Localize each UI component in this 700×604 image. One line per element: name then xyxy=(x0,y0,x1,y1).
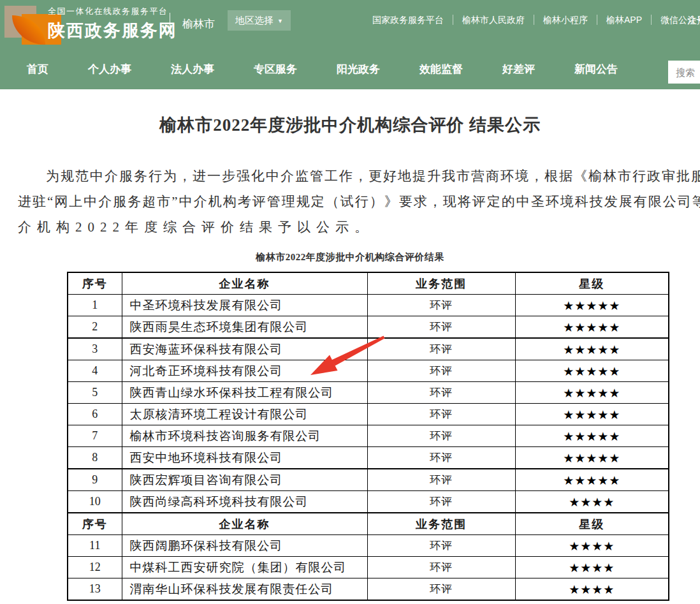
column-header: 企业名称 xyxy=(122,272,367,295)
page-title: 榆林市2022年度涉批中介机构综合评价 结果公示 xyxy=(0,114,700,136)
main-nav: 首页个人办事法人办事专区服务阳光政务效能监督好差评新闻公告 xyxy=(0,50,700,89)
search-box[interactable] xyxy=(668,61,700,84)
table-caption: 榆林市2022年度涉批中介机构综合评价结果 xyxy=(0,251,700,263)
cell-name: 陕西雨昊生态环境集团有限公司 xyxy=(122,316,367,339)
cell-scope: 环评 xyxy=(367,491,515,513)
cell-no: 1 xyxy=(68,295,122,316)
cell-no: 10 xyxy=(68,491,122,513)
nav-item-5[interactable]: 效能监督 xyxy=(419,50,463,89)
nav-item-2[interactable]: 法人办事 xyxy=(171,50,214,89)
evaluation-table-1: 序号企业名称业务范围星级1中圣环境科技发展有限公司环评★★★★★2陕西雨昊生态环… xyxy=(67,272,669,513)
register-link[interactable]: 注册 xyxy=(687,15,700,27)
cell-stars: ★★★★★ xyxy=(515,316,669,339)
nav-item-7[interactable]: 新闻公告 xyxy=(574,50,618,89)
cell-scope: 环评 xyxy=(367,316,515,339)
table-row: 5陕西青山绿水环保科技工程有限公司环评★★★★★ xyxy=(68,382,669,404)
header-link-1[interactable]: 榆林市人民政府 xyxy=(453,15,534,25)
cell-name: 陕西尚绿高科环境科技有限公司 xyxy=(122,491,367,513)
cell-stars: ★★★★★ xyxy=(515,404,669,425)
cell-name: 渭南华山环保科技发展有限责任公司 xyxy=(122,578,367,601)
cell-name: 陕西青山绿水环保科技工程有限公司 xyxy=(122,382,367,404)
header-link-2[interactable]: 榆林小程序 xyxy=(534,15,597,25)
nav-item-6[interactable]: 好差评 xyxy=(502,50,535,89)
cell-scope: 环评 xyxy=(367,338,515,360)
table-row: 12中煤科工西安研究院（集团）有限公司环评★★★★ xyxy=(68,557,669,578)
cell-name: 陕西阔鹏环保科技有限公司 xyxy=(122,535,367,557)
column-header: 星级 xyxy=(515,272,669,295)
column-header: 序号 xyxy=(68,513,122,535)
table-row: 6太原核清环境工程设计有限公司环评★★★★★ xyxy=(68,404,669,425)
cell-name: 西安海蓝环保科技有限公司 xyxy=(122,338,367,360)
cell-stars: ★★★★★ xyxy=(515,425,669,447)
cell-name: 榆林市环境科技咨询服务有限公司 xyxy=(122,425,367,447)
table-row: 10陕西尚绿高科环境科技有限公司环评★★★★ xyxy=(68,491,669,513)
cell-scope: 环评 xyxy=(367,382,515,404)
cell-no: 3 xyxy=(68,338,122,360)
table-header-row: 序号企业名称业务范围星级 xyxy=(68,513,669,535)
region-selector-button[interactable]: 地区选择▼ xyxy=(228,10,291,31)
cell-scope: 环评 xyxy=(367,578,515,601)
table-row: 8西安中地环境科技有限公司环评★★★★★ xyxy=(68,447,669,469)
cell-no: 4 xyxy=(68,360,122,382)
search-input[interactable] xyxy=(668,61,700,84)
paragraph-line: 介机构2022年度综合评价结果予以公示。 xyxy=(18,214,700,240)
cell-scope: 环评 xyxy=(367,404,515,425)
header-link-0[interactable]: 国家政务服务平台 xyxy=(363,15,453,25)
table-row: 9陕西宏辉项目咨询有限公司环评★★★★★ xyxy=(68,469,669,491)
table-row: 13渭南华山环保科技发展有限责任公司环评★★★★ xyxy=(68,578,669,601)
cell-no: 12 xyxy=(68,557,122,578)
nav-items: 首页个人办事法人办事专区服务阳光政务效能监督好差评新闻公告 xyxy=(0,50,700,89)
cell-stars: ★★★★ xyxy=(515,557,669,578)
site-identity: 全国一体化在线政务服务平台 陕西政务服务网 xyxy=(48,6,177,42)
chevron-down-icon: ▼ xyxy=(277,18,283,24)
cell-name: 中圣环境科技发展有限公司 xyxy=(122,295,367,316)
cell-name: 西安中地环境科技有限公司 xyxy=(122,447,367,469)
cell-no: 6 xyxy=(68,404,122,425)
cell-scope: 环评 xyxy=(367,535,515,557)
cell-stars: ★★★★★ xyxy=(515,447,669,469)
platform-label: 全国一体化在线政务服务平台 xyxy=(48,6,177,17)
cell-scope: 环评 xyxy=(367,425,515,447)
header-links: 国家政务服务平台榆林市人民政府榆林小程序榆林APP微信公众号 xyxy=(363,15,700,25)
table-row: 2陕西雨昊生态环境集团有限公司环评★★★★★ xyxy=(68,316,669,339)
paragraph-line: 为规范中介服务行为，进一步强化中介监管工作，更好地提升我市营商环境，根据《榆林市… xyxy=(18,163,700,189)
table-row: 4河北奇正环境科技有限公司环评★★★★★ xyxy=(68,360,669,382)
nav-item-1[interactable]: 个人办事 xyxy=(88,50,131,89)
cell-stars: ★★★★★ xyxy=(515,469,669,491)
header-link-3[interactable]: 榆林APP xyxy=(597,15,652,25)
cell-no: 5 xyxy=(68,382,122,404)
cell-no: 2 xyxy=(68,316,122,339)
cell-stars: ★★★★★ xyxy=(515,360,669,382)
site-header: 全国一体化在线政务服务平台 陕西政务服务网 榆林市 地区选择▼ 国家政务服务平台… xyxy=(0,0,700,89)
cell-name: 太原核清环境工程设计有限公司 xyxy=(122,404,367,425)
cell-stars: ★★★★★ xyxy=(515,382,669,404)
nav-item-4[interactable]: 阳光政务 xyxy=(337,50,380,89)
nav-item-0[interactable]: 首页 xyxy=(27,50,48,89)
cell-stars: ★★★★ xyxy=(515,535,669,557)
table-row: 7榆林市环境科技咨询服务有限公司环评★★★★★ xyxy=(68,425,669,447)
column-header: 业务范围 xyxy=(367,513,515,535)
table-header-row: 序号企业名称业务范围星级 xyxy=(68,272,669,295)
paragraph-line: 进驻“网上中介服务超市”中介机构考评管理规定（试行）》要求，现将评定的中圣环境科… xyxy=(18,189,700,214)
column-header: 星级 xyxy=(515,513,669,535)
cell-scope: 环评 xyxy=(367,447,515,469)
table-row: 11陕西阔鹏环保科技有限公司环评★★★★ xyxy=(68,535,669,557)
header-divider xyxy=(170,13,170,37)
article-content: 榆林市2022年度涉批中介机构综合评价 结果公示 为规范中介服务行为，进一步强化… xyxy=(0,89,700,601)
cell-scope: 环评 xyxy=(367,557,515,578)
current-city-label: 榆林市 xyxy=(182,17,215,31)
site-name: 陕西政务服务网 xyxy=(48,19,177,42)
announcement-paragraph: 为规范中介服务行为，进一步强化中介监管工作，更好地提升我市营商环境，根据《榆林市… xyxy=(18,163,700,240)
cell-stars: ★★★★★ xyxy=(515,338,669,360)
cell-no: 13 xyxy=(68,578,122,601)
cell-scope: 环评 xyxy=(367,469,515,491)
cell-scope: 环评 xyxy=(367,360,515,382)
cell-name: 河北奇正环境科技有限公司 xyxy=(122,360,367,382)
cell-no: 11 xyxy=(68,535,122,557)
nav-item-3[interactable]: 专区服务 xyxy=(254,50,297,89)
top-bar: 全国一体化在线政务服务平台 陕西政务服务网 榆林市 地区选择▼ 国家政务服务平台… xyxy=(0,0,700,50)
evaluation-tables: 序号企业名称业务范围星级1中圣环境科技发展有限公司环评★★★★★2陕西雨昊生态环… xyxy=(67,272,668,601)
cell-stars: ★★★★ xyxy=(515,491,669,513)
evaluation-table-2: 序号企业名称业务范围星级11陕西阔鹏环保科技有限公司环评★★★★12中煤科工西安… xyxy=(67,512,669,601)
table-row: 1中圣环境科技发展有限公司环评★★★★★ xyxy=(68,295,669,316)
